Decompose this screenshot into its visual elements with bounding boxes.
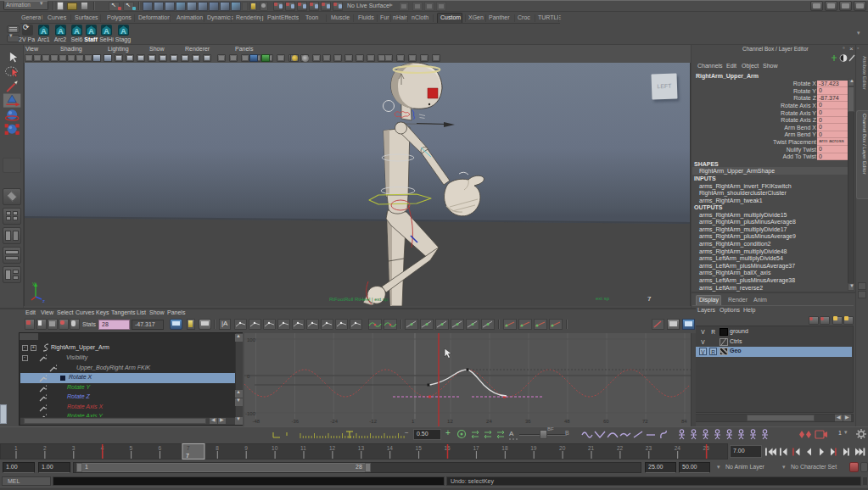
svg-text:12: 12 [447, 419, 453, 424]
svg-text:7: 7 [187, 445, 190, 451]
svg-text:A: A [120, 27, 126, 36]
svg-text:-12: -12 [369, 419, 377, 424]
svg-text:14: 14 [387, 445, 394, 451]
svg-text:17: 17 [473, 445, 479, 451]
svg-text:A: A [41, 27, 47, 36]
svg-text:48: 48 [564, 419, 570, 424]
svg-text:10: 10 [272, 445, 278, 451]
svg-text:z: z [42, 298, 45, 303]
svg-text:18: 18 [501, 445, 508, 451]
svg-text:72: 72 [642, 419, 648, 424]
svg-text:-48: -48 [252, 419, 260, 424]
svg-text:13: 13 [358, 445, 365, 451]
svg-text:36: 36 [525, 419, 531, 424]
svg-text:7: 7 [186, 453, 189, 459]
svg-text:8: 8 [216, 445, 219, 451]
svg-text:24: 24 [675, 445, 681, 451]
svg-text:100: 100 [247, 337, 256, 342]
svg-text:22: 22 [617, 445, 624, 451]
svg-text:19: 19 [530, 445, 537, 451]
svg-text:24: 24 [486, 419, 492, 424]
svg-text:3: 3 [72, 445, 76, 451]
svg-text:15: 15 [416, 445, 423, 451]
svg-text:1: 1 [14, 445, 18, 451]
svg-text:12: 12 [329, 445, 336, 451]
svg-text:A: A [74, 27, 80, 36]
svg-text:-24: -24 [330, 419, 338, 424]
svg-text:-100: -100 [245, 411, 256, 416]
svg-text:9: 9 [244, 445, 248, 451]
svg-text:60: 60 [603, 419, 609, 424]
svg-text:A: A [104, 27, 109, 36]
svg-text:y: y [32, 281, 35, 286]
svg-text:6: 6 [159, 445, 162, 451]
svg-text:20: 20 [559, 445, 566, 451]
svg-text:A: A [88, 27, 94, 36]
svg-text:-36: -36 [291, 419, 299, 424]
svg-text:21: 21 [588, 445, 595, 451]
svg-text:5: 5 [130, 445, 133, 451]
svg-text:84: 84 [681, 419, 687, 424]
svg-text:11: 11 [300, 445, 306, 451]
svg-text:A: A [58, 27, 64, 36]
svg-text:2: 2 [43, 445, 47, 451]
svg-text:23: 23 [646, 445, 652, 451]
